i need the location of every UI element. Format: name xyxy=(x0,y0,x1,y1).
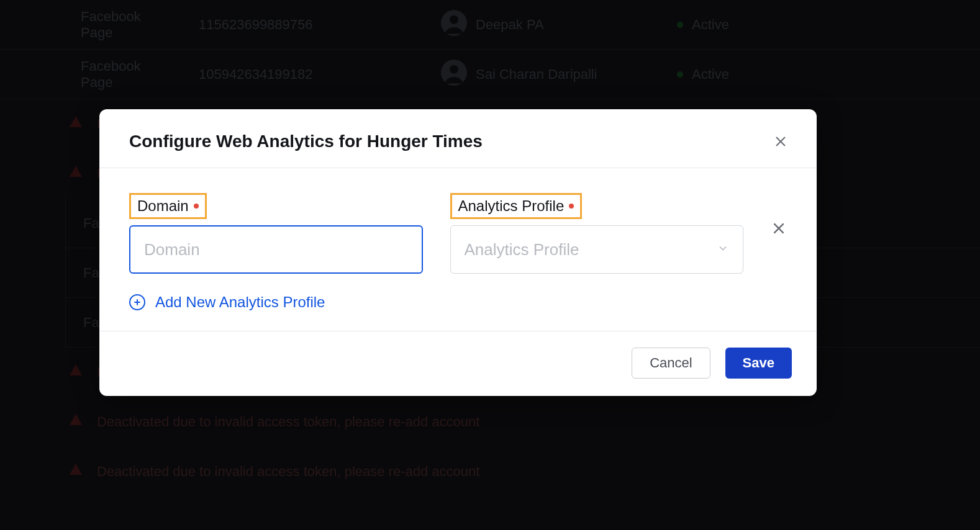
plus-circle-icon xyxy=(129,294,145,310)
analytics-profile-select[interactable]: Analytics Profile xyxy=(450,225,744,274)
required-dot-icon xyxy=(194,204,199,209)
domain-label-text: Domain xyxy=(137,197,189,215)
add-analytics-profile-label: Add New Analytics Profile xyxy=(155,294,325,311)
domain-label: Domain xyxy=(129,193,207,219)
modal-header: Configure Web Analytics for Hunger Times xyxy=(99,109,817,168)
remove-row-button[interactable] xyxy=(771,220,787,236)
domain-input[interactable] xyxy=(129,225,423,274)
domain-field-group: Domain xyxy=(129,193,423,274)
analytics-profile-label: Analytics Profile xyxy=(450,193,583,219)
analytics-profile-label-text: Analytics Profile xyxy=(458,197,565,215)
modal-footer: Cancel Save xyxy=(99,331,817,396)
cancel-button[interactable]: Cancel xyxy=(632,348,710,379)
modal-body: Domain Analytics Profile Analytics Profi… xyxy=(99,168,817,331)
close-button[interactable] xyxy=(769,130,792,153)
analytics-profile-field-group: Analytics Profile Analytics Profile xyxy=(450,193,744,274)
configure-analytics-modal: Configure Web Analytics for Hunger Times… xyxy=(99,109,817,396)
add-analytics-profile-button[interactable]: Add New Analytics Profile xyxy=(129,294,787,311)
save-button[interactable]: Save xyxy=(725,348,792,379)
form-row: Domain Analytics Profile Analytics Profi… xyxy=(129,193,787,274)
chevron-down-icon xyxy=(717,242,729,257)
modal-title: Configure Web Analytics for Hunger Times xyxy=(129,132,483,151)
analytics-profile-placeholder: Analytics Profile xyxy=(465,240,579,259)
required-dot-icon xyxy=(569,204,574,209)
